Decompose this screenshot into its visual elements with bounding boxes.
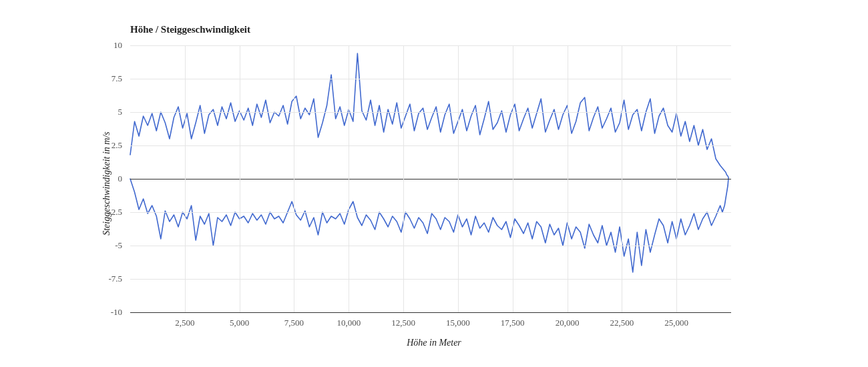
gridline-h	[130, 246, 731, 246]
gridline-v	[185, 45, 186, 312]
gridline-h	[130, 279, 731, 280]
x-tick-label: 20,000	[556, 318, 580, 328]
gridline-v	[622, 45, 622, 312]
x-tick-label: 2,500	[175, 318, 194, 328]
gridline-v	[294, 45, 294, 312]
gridline-h	[130, 145, 731, 146]
gridline-v	[458, 45, 459, 312]
x-tick-label: 5,000	[230, 318, 249, 328]
y-tick-label: 7.5	[82, 73, 122, 84]
gridline-h	[130, 112, 731, 113]
y-tick-label: 5	[82, 107, 122, 117]
y-tick-label: 2.5	[82, 140, 122, 151]
x-tick-label: 10,000	[337, 318, 361, 328]
plot-area: -10-7.5-5-2.502.557.5102,5005,0007,50010…	[130, 45, 731, 313]
y-tick-label: 10	[82, 40, 122, 51]
chart-title: Höhe / Steiggeschwindigkeit	[130, 24, 250, 35]
gridline-h	[130, 79, 731, 79]
x-tick-label: 7,500	[284, 318, 304, 328]
y-tick-label: 0	[82, 173, 122, 184]
y-tick-label: -2.5	[82, 207, 122, 218]
x-tick-label: 25,000	[664, 318, 688, 328]
zero-line	[130, 179, 731, 179]
gridline-v	[349, 45, 349, 312]
y-tick-label: -5	[82, 240, 122, 251]
chart-container: Höhe / Steiggeschwindigkeit Steiggeschwi…	[0, 0, 868, 367]
x-tick-label: 15,000	[446, 318, 470, 328]
y-tick-label: -7.5	[82, 274, 122, 284]
x-tick-label: 17,500	[501, 318, 525, 328]
x-axis-label: Höhe in Meter	[407, 338, 461, 348]
data-line	[130, 53, 728, 272]
gridline-h	[130, 212, 731, 213]
x-tick-label: 12,500	[391, 318, 415, 328]
x-tick-label: 22,500	[610, 318, 634, 328]
gridline-v	[676, 45, 677, 312]
y-tick-label: -10	[82, 307, 122, 318]
gridline-v	[568, 45, 568, 312]
gridline-v	[240, 45, 240, 312]
gridline-v	[403, 45, 404, 312]
gridline-v	[513, 45, 513, 312]
gridline-h	[130, 45, 731, 46]
